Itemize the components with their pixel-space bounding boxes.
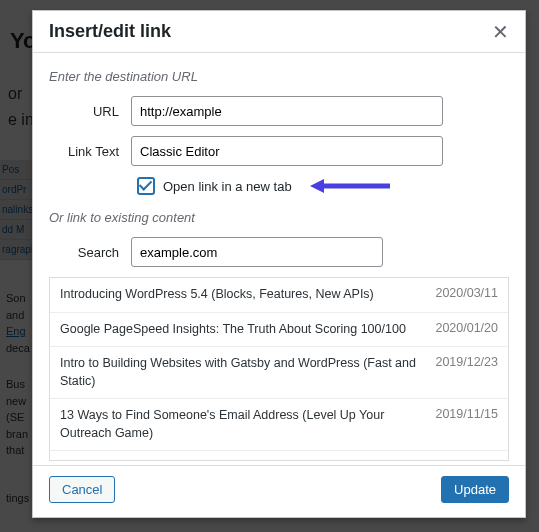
search-input[interactable] (131, 237, 383, 267)
modal-footer: Cancel Update (33, 465, 525, 517)
search-result-item[interactable]: 13 Ways to Find Someone's Email Address … (50, 399, 508, 451)
link-text-label: Link Text (49, 144, 131, 159)
annotation-arrow-icon (310, 176, 390, 196)
new-tab-checkbox[interactable] (137, 177, 155, 195)
modal-body: Enter the destination URL URL Link Text … (33, 53, 525, 465)
update-button[interactable]: Update (441, 476, 509, 503)
url-input[interactable] (131, 96, 443, 126)
svg-marker-1 (310, 179, 324, 193)
search-results-list: Introducing WordPress 5.4 (Blocks, Featu… (49, 277, 509, 461)
cancel-button[interactable]: Cancel (49, 476, 115, 503)
url-row: URL (49, 96, 509, 126)
result-date: 2019/12/23 (435, 355, 498, 390)
result-title: Introducing WordPress 5.4 (Blocks, Featu… (60, 286, 374, 304)
close-icon: ✕ (492, 21, 509, 43)
result-title: 13 Ways to Find Someone's Email Address … (60, 407, 425, 442)
result-title: What's New in WordPress 5.3 (New Blocks,… (60, 459, 425, 461)
section-heading-destination: Enter the destination URL (49, 69, 509, 84)
insert-link-modal: Insert/edit link ✕ Enter the destination… (32, 10, 526, 518)
modal-title: Insert/edit link (49, 21, 171, 42)
section-heading-existing: Or link to existing content (49, 210, 509, 225)
result-date: 2020/03/11 (435, 286, 498, 304)
link-text-row: Link Text (49, 136, 509, 166)
search-result-item[interactable]: Introducing WordPress 5.4 (Blocks, Featu… (50, 278, 508, 313)
search-label: Search (49, 245, 131, 260)
result-date: 2019/10/16 (435, 459, 498, 461)
modal-header: Insert/edit link ✕ (33, 11, 525, 53)
url-label: URL (49, 104, 131, 119)
link-text-input[interactable] (131, 136, 443, 166)
new-tab-label: Open link in a new tab (163, 179, 292, 194)
result-title: Google PageSpeed Insights: The Truth Abo… (60, 321, 406, 339)
search-row: Search (49, 237, 509, 267)
search-result-item[interactable]: Intro to Building Websites with Gatsby a… (50, 347, 508, 399)
close-button[interactable]: ✕ (490, 22, 511, 42)
result-title: Intro to Building Websites with Gatsby a… (60, 355, 425, 390)
result-date: 2019/11/15 (435, 407, 498, 442)
new-tab-row: Open link in a new tab (49, 176, 509, 196)
result-date: 2020/01/20 (435, 321, 498, 339)
search-result-item[interactable]: What's New in WordPress 5.3 (New Blocks,… (50, 451, 508, 461)
search-result-item[interactable]: Google PageSpeed Insights: The Truth Abo… (50, 313, 508, 348)
